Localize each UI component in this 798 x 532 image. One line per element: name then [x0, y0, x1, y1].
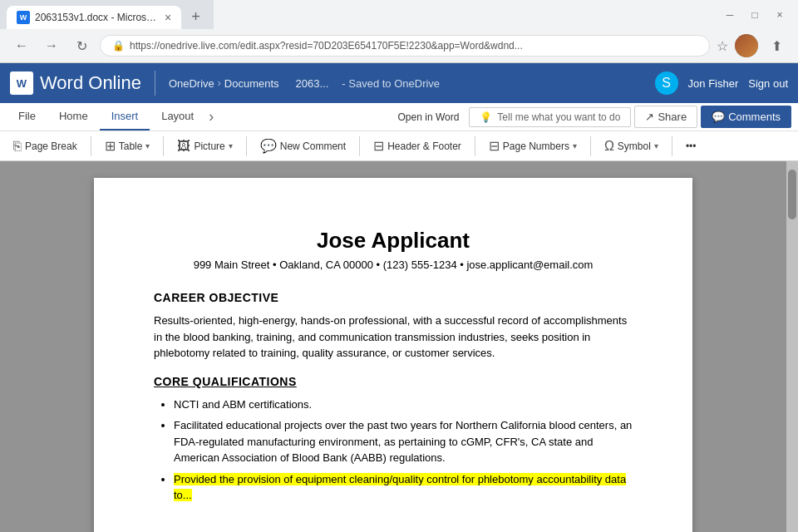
avatar-image: [735, 34, 758, 57]
table-button[interactable]: ⊞ Table ▾: [98, 135, 157, 157]
tab-favicon: W: [17, 11, 30, 24]
career-objective-heading: CAREER OBJECTIVE: [154, 291, 633, 304]
doc-name: 2063...: [296, 77, 329, 90]
symbol-button[interactable]: Ω Symbol ▾: [598, 135, 665, 157]
page-break-button[interactable]: ⎘ Page Break: [7, 135, 84, 157]
forward-button[interactable]: →: [40, 34, 63, 57]
separator-1: [91, 136, 91, 156]
document-title: Jose Applicant: [154, 228, 633, 254]
separator-6: [590, 136, 591, 156]
tab-bar: W 2063153v1.docx - Microsoft W... × +: [0, 0, 214, 29]
open-in-word-button[interactable]: Open in Word: [392, 108, 466, 126]
ribbon: File Home Insert Layout › Open in Word 💡…: [0, 103, 798, 161]
breadcrumb-separator: ›: [218, 77, 221, 89]
bullet-item-2: Facilitated educational projects over th…: [174, 417, 633, 466]
header-footer-button[interactable]: ⊟ Header & Footer: [367, 135, 468, 157]
share-icon: ↗: [645, 111, 654, 123]
tab-title: 2063153v1.docx - Microsoft W...: [35, 12, 160, 23]
address-bar: ← → ↻ 🔒 https://onedrive.live.com/edit.a…: [0, 29, 798, 62]
onedrive-label[interactable]: OneDrive: [169, 77, 214, 90]
contact-info: 999 Main Street • Oakland, CA 00000 • (1…: [154, 259, 633, 271]
close-button[interactable]: ×: [768, 6, 791, 24]
save-status: - Saved to OneDrive: [342, 77, 440, 90]
separator-7: [672, 136, 672, 156]
address-input[interactable]: 🔒 https://onedrive.live.com/edit.aspx?re…: [100, 35, 710, 57]
word-app-icon: W: [10, 71, 33, 95]
tell-me-placeholder: Tell me what you want to do: [497, 111, 620, 123]
bookmark-button[interactable]: ☆: [717, 38, 728, 54]
word-header: W Word Online OneDrive › Documents 2063.…: [0, 63, 798, 103]
table-icon: ⊞: [105, 138, 116, 154]
header-footer-icon: ⊟: [373, 138, 384, 154]
document-scroll[interactable]: Jose Applicant 999 Main Street • Oakland…: [0, 161, 786, 532]
user-name[interactable]: Jon Fisher: [688, 77, 739, 90]
word-app-name: Word Online: [40, 72, 141, 94]
symbol-dropdown-arrow: ▾: [654, 141, 658, 150]
active-tab[interactable]: W 2063153v1.docx - Microsoft W... ×: [7, 6, 181, 29]
tab-insert[interactable]: Insert: [100, 103, 150, 131]
page-numbers-dropdown-arrow: ▾: [573, 141, 577, 150]
refresh-button[interactable]: ↻: [70, 34, 93, 57]
browser-chrome: W 2063153v1.docx - Microsoft W... × + ─ …: [0, 0, 798, 63]
page-numbers-icon: ⊟: [489, 138, 500, 154]
lightbulb-icon: 💡: [480, 111, 492, 123]
tab-close-button[interactable]: ×: [165, 11, 171, 24]
document-page: Jose Applicant 999 Main Street • Oakland…: [94, 178, 692, 532]
skype-icon[interactable]: S: [655, 71, 678, 95]
page-numbers-label: Page Numbers: [503, 140, 569, 152]
word-logo: W Word Online: [10, 71, 141, 95]
lock-icon: 🔒: [112, 40, 125, 52]
scrollbar-thumb[interactable]: [788, 170, 796, 219]
header-footer-label: Header & Footer: [387, 140, 461, 152]
page-break-icon: ⎘: [13, 139, 22, 154]
bullet-item-1: NCTI and ABM certifications.: [174, 397, 633, 413]
profile-avatar[interactable]: [735, 34, 758, 57]
comments-label: Comments: [728, 111, 781, 123]
core-qualifications-section: CORE QUALIFICATIONS NCTI and ABM certifi…: [154, 375, 633, 504]
maximize-button[interactable]: □: [743, 6, 766, 24]
picture-button[interactable]: 🖼 Picture ▾: [170, 135, 239, 157]
header-divider: [155, 71, 155, 96]
table-label: Table: [119, 140, 143, 152]
ribbon-extra: Open in Word 💡 Tell me what you want to …: [392, 106, 791, 128]
qualifications-list: NCTI and ABM certifications. Facilitated…: [154, 397, 633, 504]
ribbon-toolbar: ⎘ Page Break ⊞ Table ▾ 🖼 Picture ▾ 💬 New…: [0, 131, 798, 160]
tab-home[interactable]: Home: [47, 103, 100, 131]
symbol-label: Symbol: [618, 140, 651, 152]
more-options-button[interactable]: •••: [679, 137, 703, 155]
tab-layout[interactable]: Layout: [150, 103, 205, 131]
tab-file[interactable]: File: [7, 103, 47, 131]
tell-me-input[interactable]: 💡 Tell me what you want to do: [469, 107, 631, 127]
comments-icon: 💬: [712, 111, 725, 123]
bullet-item-3: Provided the provision of equipment clea…: [174, 471, 633, 504]
picture-dropdown-arrow: ▾: [229, 141, 233, 150]
page-numbers-button[interactable]: ⊟ Page Numbers ▾: [482, 135, 584, 157]
career-objective-text: Results-oriented, high-energy, hands-on …: [154, 313, 633, 362]
sign-out-link[interactable]: Sign out: [748, 77, 788, 90]
extensions-button[interactable]: ⬆: [765, 34, 788, 57]
picture-icon: 🖼: [177, 139, 190, 154]
new-comment-icon: 💬: [260, 138, 277, 154]
document-container: Jose Applicant 999 Main Street • Oakland…: [0, 161, 798, 532]
separator-3: [246, 136, 247, 156]
open-in-word-label: Open in Word: [398, 111, 460, 123]
career-objective-section: CAREER OBJECTIVE Results-oriented, high-…: [154, 291, 633, 362]
new-comment-button[interactable]: 💬 New Comment: [254, 135, 352, 157]
new-comment-label: New Comment: [280, 140, 346, 152]
scrollbar[interactable]: [786, 161, 798, 532]
share-label: Share: [658, 111, 687, 123]
core-qualifications-heading: CORE QUALIFICATIONS: [154, 375, 633, 388]
page-break-label: Page Break: [25, 140, 77, 152]
comments-button[interactable]: 💬 Comments: [701, 106, 791, 128]
share-button[interactable]: ↗ Share: [634, 106, 697, 128]
minimize-button[interactable]: ─: [718, 6, 741, 24]
separator-2: [163, 136, 164, 156]
onedrive-nav: OneDrive › Documents: [169, 77, 279, 90]
new-tab-button[interactable]: +: [185, 5, 207, 29]
back-button[interactable]: ←: [10, 34, 33, 57]
more-tabs-button[interactable]: ›: [205, 108, 217, 126]
separator-4: [359, 136, 360, 156]
picture-label: Picture: [194, 140, 224, 152]
separator-5: [475, 136, 475, 156]
documents-label[interactable]: Documents: [224, 77, 279, 90]
